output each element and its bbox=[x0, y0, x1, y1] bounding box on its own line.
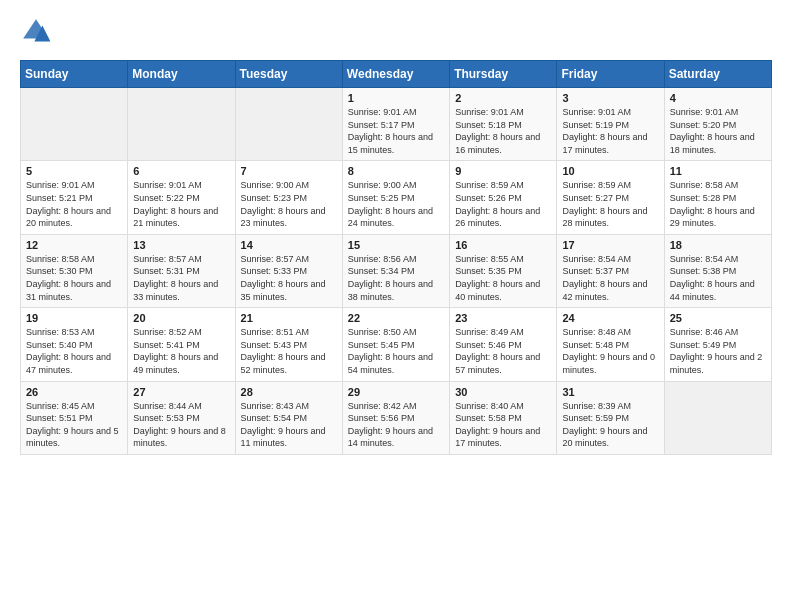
weekday-header-sunday: Sunday bbox=[21, 61, 128, 88]
day-cell: 26Sunrise: 8:45 AMSunset: 5:51 PMDayligh… bbox=[21, 381, 128, 454]
day-cell: 8Sunrise: 9:00 AMSunset: 5:25 PMDaylight… bbox=[342, 161, 449, 234]
day-cell: 24Sunrise: 8:48 AMSunset: 5:48 PMDayligh… bbox=[557, 308, 664, 381]
day-cell: 19Sunrise: 8:53 AMSunset: 5:40 PMDayligh… bbox=[21, 308, 128, 381]
day-number: 10 bbox=[562, 165, 658, 177]
day-number: 12 bbox=[26, 239, 122, 251]
day-cell: 12Sunrise: 8:58 AMSunset: 5:30 PMDayligh… bbox=[21, 234, 128, 307]
day-number: 16 bbox=[455, 239, 551, 251]
day-number: 3 bbox=[562, 92, 658, 104]
day-cell: 30Sunrise: 8:40 AMSunset: 5:58 PMDayligh… bbox=[450, 381, 557, 454]
weekday-header-monday: Monday bbox=[128, 61, 235, 88]
week-row-2: 5Sunrise: 9:01 AMSunset: 5:21 PMDaylight… bbox=[21, 161, 772, 234]
day-cell: 2Sunrise: 9:01 AMSunset: 5:18 PMDaylight… bbox=[450, 88, 557, 161]
day-info: Sunrise: 9:01 AMSunset: 5:18 PMDaylight:… bbox=[455, 106, 551, 156]
day-info: Sunrise: 8:55 AMSunset: 5:35 PMDaylight:… bbox=[455, 253, 551, 303]
day-number: 7 bbox=[241, 165, 337, 177]
day-info: Sunrise: 8:49 AMSunset: 5:46 PMDaylight:… bbox=[455, 326, 551, 376]
day-cell: 11Sunrise: 8:58 AMSunset: 5:28 PMDayligh… bbox=[664, 161, 771, 234]
day-cell bbox=[128, 88, 235, 161]
day-number: 25 bbox=[670, 312, 766, 324]
day-number: 17 bbox=[562, 239, 658, 251]
day-info: Sunrise: 8:50 AMSunset: 5:45 PMDaylight:… bbox=[348, 326, 444, 376]
day-number: 15 bbox=[348, 239, 444, 251]
day-cell: 14Sunrise: 8:57 AMSunset: 5:33 PMDayligh… bbox=[235, 234, 342, 307]
day-number: 9 bbox=[455, 165, 551, 177]
day-cell: 1Sunrise: 9:01 AMSunset: 5:17 PMDaylight… bbox=[342, 88, 449, 161]
day-cell: 9Sunrise: 8:59 AMSunset: 5:26 PMDaylight… bbox=[450, 161, 557, 234]
day-cell: 6Sunrise: 9:01 AMSunset: 5:22 PMDaylight… bbox=[128, 161, 235, 234]
day-info: Sunrise: 8:54 AMSunset: 5:38 PMDaylight:… bbox=[670, 253, 766, 303]
day-cell: 3Sunrise: 9:01 AMSunset: 5:19 PMDaylight… bbox=[557, 88, 664, 161]
day-number: 6 bbox=[133, 165, 229, 177]
day-cell: 17Sunrise: 8:54 AMSunset: 5:37 PMDayligh… bbox=[557, 234, 664, 307]
day-cell: 22Sunrise: 8:50 AMSunset: 5:45 PMDayligh… bbox=[342, 308, 449, 381]
day-cell: 13Sunrise: 8:57 AMSunset: 5:31 PMDayligh… bbox=[128, 234, 235, 307]
day-info: Sunrise: 8:39 AMSunset: 5:59 PMDaylight:… bbox=[562, 400, 658, 450]
day-info: Sunrise: 8:46 AMSunset: 5:49 PMDaylight:… bbox=[670, 326, 766, 376]
day-info: Sunrise: 8:59 AMSunset: 5:27 PMDaylight:… bbox=[562, 179, 658, 229]
day-info: Sunrise: 8:42 AMSunset: 5:56 PMDaylight:… bbox=[348, 400, 444, 450]
day-number: 5 bbox=[26, 165, 122, 177]
page: SundayMondayTuesdayWednesdayThursdayFrid… bbox=[0, 0, 792, 475]
day-info: Sunrise: 8:51 AMSunset: 5:43 PMDaylight:… bbox=[241, 326, 337, 376]
day-number: 4 bbox=[670, 92, 766, 104]
weekday-header-thursday: Thursday bbox=[450, 61, 557, 88]
day-info: Sunrise: 8:57 AMSunset: 5:31 PMDaylight:… bbox=[133, 253, 229, 303]
day-info: Sunrise: 8:54 AMSunset: 5:37 PMDaylight:… bbox=[562, 253, 658, 303]
day-cell: 31Sunrise: 8:39 AMSunset: 5:59 PMDayligh… bbox=[557, 381, 664, 454]
day-info: Sunrise: 8:58 AMSunset: 5:28 PMDaylight:… bbox=[670, 179, 766, 229]
day-cell: 21Sunrise: 8:51 AMSunset: 5:43 PMDayligh… bbox=[235, 308, 342, 381]
day-cell: 10Sunrise: 8:59 AMSunset: 5:27 PMDayligh… bbox=[557, 161, 664, 234]
day-number: 2 bbox=[455, 92, 551, 104]
day-cell bbox=[664, 381, 771, 454]
day-number: 26 bbox=[26, 386, 122, 398]
day-info: Sunrise: 8:58 AMSunset: 5:30 PMDaylight:… bbox=[26, 253, 122, 303]
day-number: 20 bbox=[133, 312, 229, 324]
day-cell: 20Sunrise: 8:52 AMSunset: 5:41 PMDayligh… bbox=[128, 308, 235, 381]
day-info: Sunrise: 8:53 AMSunset: 5:40 PMDaylight:… bbox=[26, 326, 122, 376]
day-info: Sunrise: 8:57 AMSunset: 5:33 PMDaylight:… bbox=[241, 253, 337, 303]
day-number: 24 bbox=[562, 312, 658, 324]
day-info: Sunrise: 8:48 AMSunset: 5:48 PMDaylight:… bbox=[562, 326, 658, 376]
day-number: 14 bbox=[241, 239, 337, 251]
day-cell: 18Sunrise: 8:54 AMSunset: 5:38 PMDayligh… bbox=[664, 234, 771, 307]
day-cell: 5Sunrise: 9:01 AMSunset: 5:21 PMDaylight… bbox=[21, 161, 128, 234]
week-row-4: 19Sunrise: 8:53 AMSunset: 5:40 PMDayligh… bbox=[21, 308, 772, 381]
day-number: 13 bbox=[133, 239, 229, 251]
day-cell: 23Sunrise: 8:49 AMSunset: 5:46 PMDayligh… bbox=[450, 308, 557, 381]
week-row-3: 12Sunrise: 8:58 AMSunset: 5:30 PMDayligh… bbox=[21, 234, 772, 307]
weekday-header-friday: Friday bbox=[557, 61, 664, 88]
day-info: Sunrise: 8:52 AMSunset: 5:41 PMDaylight:… bbox=[133, 326, 229, 376]
day-number: 23 bbox=[455, 312, 551, 324]
day-info: Sunrise: 9:00 AMSunset: 5:25 PMDaylight:… bbox=[348, 179, 444, 229]
header bbox=[20, 16, 772, 48]
day-info: Sunrise: 8:43 AMSunset: 5:54 PMDaylight:… bbox=[241, 400, 337, 450]
day-cell: 15Sunrise: 8:56 AMSunset: 5:34 PMDayligh… bbox=[342, 234, 449, 307]
weekday-header-wednesday: Wednesday bbox=[342, 61, 449, 88]
day-cell: 4Sunrise: 9:01 AMSunset: 5:20 PMDaylight… bbox=[664, 88, 771, 161]
day-cell: 16Sunrise: 8:55 AMSunset: 5:35 PMDayligh… bbox=[450, 234, 557, 307]
day-info: Sunrise: 9:01 AMSunset: 5:21 PMDaylight:… bbox=[26, 179, 122, 229]
weekday-header-row: SundayMondayTuesdayWednesdayThursdayFrid… bbox=[21, 61, 772, 88]
day-info: Sunrise: 8:45 AMSunset: 5:51 PMDaylight:… bbox=[26, 400, 122, 450]
weekday-header-tuesday: Tuesday bbox=[235, 61, 342, 88]
calendar-table: SundayMondayTuesdayWednesdayThursdayFrid… bbox=[20, 60, 772, 455]
day-number: 19 bbox=[26, 312, 122, 324]
day-info: Sunrise: 9:01 AMSunset: 5:22 PMDaylight:… bbox=[133, 179, 229, 229]
day-number: 30 bbox=[455, 386, 551, 398]
week-row-5: 26Sunrise: 8:45 AMSunset: 5:51 PMDayligh… bbox=[21, 381, 772, 454]
day-number: 29 bbox=[348, 386, 444, 398]
day-number: 28 bbox=[241, 386, 337, 398]
day-number: 11 bbox=[670, 165, 766, 177]
day-cell: 25Sunrise: 8:46 AMSunset: 5:49 PMDayligh… bbox=[664, 308, 771, 381]
day-number: 31 bbox=[562, 386, 658, 398]
day-number: 27 bbox=[133, 386, 229, 398]
day-info: Sunrise: 9:01 AMSunset: 5:19 PMDaylight:… bbox=[562, 106, 658, 156]
day-cell: 28Sunrise: 8:43 AMSunset: 5:54 PMDayligh… bbox=[235, 381, 342, 454]
logo bbox=[20, 16, 56, 48]
day-info: Sunrise: 8:56 AMSunset: 5:34 PMDaylight:… bbox=[348, 253, 444, 303]
day-number: 8 bbox=[348, 165, 444, 177]
week-row-1: 1Sunrise: 9:01 AMSunset: 5:17 PMDaylight… bbox=[21, 88, 772, 161]
day-info: Sunrise: 8:59 AMSunset: 5:26 PMDaylight:… bbox=[455, 179, 551, 229]
day-number: 21 bbox=[241, 312, 337, 324]
